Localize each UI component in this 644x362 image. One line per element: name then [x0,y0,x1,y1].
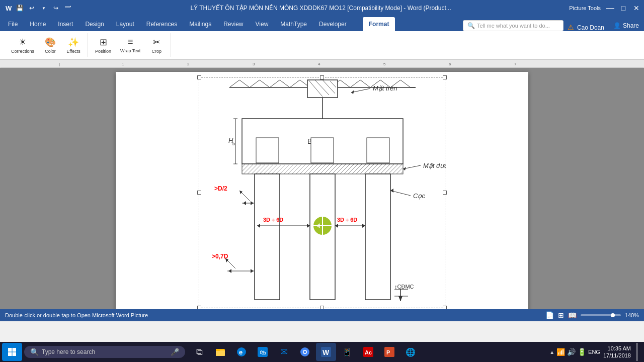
tab-view[interactable]: View [250,17,275,31]
user-name: Cao Doan [577,24,604,31]
svg-marker-32 [403,167,406,170]
tab-format[interactable]: Format [363,17,395,31]
corrections-button[interactable]: ☀ Corrections [8,35,37,55]
svg-text:|: | [59,62,60,66]
view-icon-read[interactable]: 📖 [568,311,577,319]
file-explorer-button[interactable] [210,343,230,361]
quick-access-toolbar: 💾 ↩ ▼ ↪ [15,4,72,13]
tray-up-icon[interactable]: ▲ [549,349,554,355]
windows-icon [8,347,17,356]
diagram-wrapper[interactable]: Mặt trên Bề cọc H b [146,77,498,308]
show-desktop-button[interactable] [636,343,638,361]
svg-rect-79 [216,349,220,351]
file-explorer-icon [215,346,226,357]
svg-text:6: 6 [449,62,451,66]
maximize-button[interactable]: □ [620,5,627,12]
tab-developer[interactable]: Developer [313,17,353,31]
svg-rect-30 [242,164,403,174]
tab-insert[interactable]: Insert [52,17,79,31]
store-button[interactable]: 🛍 [253,343,273,361]
tab-mathtype[interactable]: MathType [274,17,313,31]
position-button[interactable]: ⊞ Position [92,35,114,55]
edge-button[interactable]: e [231,343,252,361]
tray-sound-icon[interactable]: 🔊 [567,348,576,356]
word-taskbar-button[interactable]: W [316,343,336,361]
tray-datetime[interactable]: 10:35 AM 17/11/2018 [603,345,631,359]
tab-layout[interactable]: Layout [110,17,140,31]
svg-marker-65 [390,189,393,193]
svg-rect-34 [255,174,280,300]
close-button[interactable]: ✕ [633,5,640,12]
chrome-button[interactable] [295,343,315,361]
undo-dropdown-icon[interactable]: ▼ [39,4,48,13]
svg-text:1: 1 [122,62,124,66]
minimize-button[interactable]: — [607,5,614,12]
svg-text:>D/2: >D/2 [214,185,227,192]
taskbar-apps: ⧉ e 🛍 ✉ [189,343,421,361]
tab-design[interactable]: Design [79,17,110,31]
tab-file[interactable]: File [2,17,24,31]
effects-button[interactable]: ✨ Effects [63,35,84,55]
view-icon-web[interactable]: ⊞ [558,311,564,319]
view-icon-print[interactable]: 📄 [545,311,554,319]
taskbar-search[interactable]: 🔍 Type here to search 🎤 [24,346,185,358]
crop-button[interactable]: ✂ Crop [146,35,167,55]
system-tray: ▲ 📶 🔊 🔋 ENG 10:35 AM 17/11/2018 [549,343,642,361]
search-text: Tell me what you want to do... [477,23,550,29]
start-button[interactable] [2,343,22,361]
svg-text:Mặt dưới: Mặt dưới [423,162,446,169]
handle-br [443,306,447,309]
svg-text:7: 7 [514,62,517,66]
phone-button[interactable]: 📱 [337,343,357,361]
tab-review[interactable]: Review [217,17,249,31]
redo-icon[interactable]: ↪ [51,4,60,13]
powerpoint-button[interactable]: P [379,343,399,361]
share-button[interactable]: 👤 Share [608,20,644,31]
mail-button[interactable]: ✉ [274,343,294,361]
share-label: Share [623,22,639,29]
maps-button[interactable]: 🌐 [400,343,421,361]
ribbon-search[interactable]: 🔍 Tell me what you want to do... [463,20,564,31]
svg-marker-42 [251,201,254,205]
color-icon: 🎨 [45,37,56,48]
acrobat-button[interactable]: Ac [358,343,378,361]
save-icon[interactable]: 💾 [15,4,24,13]
svg-text:2: 2 [187,62,190,66]
customize-icon[interactable] [63,4,72,13]
color-label: Color [45,49,56,54]
tab-references[interactable]: References [140,17,183,31]
svg-rect-15 [307,80,338,98]
tab-home[interactable]: Home [24,17,52,31]
mic-icon: 🎤 [171,348,179,356]
svg-text:4: 4 [318,62,320,66]
svg-rect-35 [256,138,279,163]
acrobat-icon: Ac [363,347,373,357]
title-bar: W 💾 ↩ ▼ ↪ LÝ THUYẾT ÔN TẬP MÔN NỀN MÓNG … [0,0,644,16]
ribbon-tabs: File Home Insert Design Layout Reference… [0,16,644,31]
svg-marker-60 [251,269,254,273]
word-icon: W [321,347,331,357]
diagram-container[interactable]: Mặt trên Bề cọc H b [199,77,445,308]
svg-rect-73 [8,348,12,352]
zoom-slider[interactable] [581,314,621,316]
svg-text:b: b [232,141,235,146]
ppt-icon: P [384,347,394,357]
window-title: LÝ THUYẾT ÔN TẬP MÔN NỀN MÓNG XDDDK67 MO… [72,5,569,12]
color-button[interactable]: 🎨 Color [40,35,60,55]
tray-date-value: 17/11/2018 [603,352,631,359]
svg-rect-39 [367,138,389,163]
picture-tools-label: Picture Tools [569,5,601,11]
svg-point-86 [304,351,306,353]
tray-battery-icon: 🔋 [578,348,586,356]
svg-rect-37 [311,138,334,163]
svg-text:P: P [386,349,390,355]
svg-marker-3 [70,6,71,8]
wrap-text-button[interactable]: ≡ Wrap Text [117,35,143,55]
taskview-button[interactable]: ⧉ [189,343,209,361]
store-icon: 🛍 [258,347,268,357]
svg-marker-41 [243,201,246,205]
handle-tl [197,75,201,79]
undo-icon[interactable]: ↩ [27,4,36,13]
tab-mailings[interactable]: Mailings [183,17,217,31]
svg-text:Ac: Ac [365,349,372,355]
